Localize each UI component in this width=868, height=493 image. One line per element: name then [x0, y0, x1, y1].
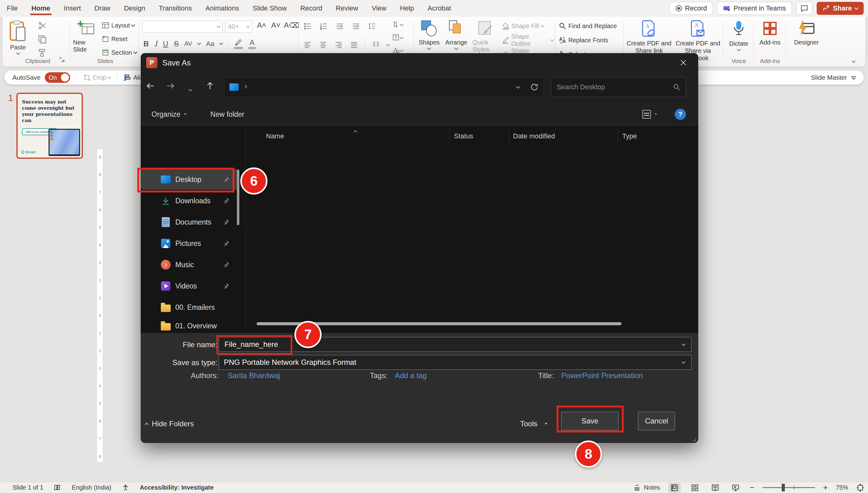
comments-button[interactable] [796, 2, 812, 15]
zoom-slider-thumb[interactable] [782, 484, 785, 491]
slide-thumbnail[interactable]: Success may not come overnight but your … [16, 93, 83, 159]
slide-master-button[interactable]: Slide Master [811, 74, 856, 81]
refresh-icon[interactable] [530, 83, 539, 91]
dictate-button[interactable]: Dictate [725, 20, 752, 51]
tab-design[interactable]: Design [124, 0, 145, 17]
create-pdf-share-link-button[interactable]: A Create PDF and Share link [626, 20, 672, 55]
addins-button[interactable]: Add-ins [756, 20, 784, 46]
highlight-color-button[interactable]: 🖉 [234, 38, 243, 49]
tab-draw[interactable]: Draw [95, 0, 110, 17]
increase-indent-icon[interactable] [351, 22, 361, 30]
tab-slide-show[interactable]: Slide Show [253, 0, 287, 17]
sidebar-item-downloads[interactable]: Downloads [141, 191, 238, 211]
dialog-close-button[interactable] [674, 53, 693, 72]
search-box[interactable] [551, 77, 686, 97]
tab-help[interactable]: Help [400, 0, 414, 17]
zoom-level[interactable]: 75% [836, 484, 848, 491]
sidebar-item-documents[interactable]: Documents [141, 212, 238, 232]
sidebar-item-00-emailers[interactable]: 00. Emailers [141, 298, 238, 317]
section-button[interactable]: Section [101, 47, 137, 58]
sidebar-item-music[interactable]: ♪ Music [141, 255, 238, 275]
tags-value[interactable]: Add a tag [395, 371, 427, 380]
dialog-title-bar[interactable]: P Save As [141, 53, 698, 72]
column-divider[interactable] [618, 129, 618, 146]
tab-home[interactable]: Home [31, 0, 50, 17]
underline-button[interactable]: U [163, 40, 168, 48]
column-divider[interactable] [449, 129, 450, 146]
align-left-icon[interactable] [303, 41, 312, 49]
designer-button[interactable]: Designer [788, 20, 825, 46]
spell-check-icon[interactable] [54, 484, 61, 491]
column-header-name[interactable]: Name [266, 127, 284, 145]
crop-button[interactable]: Crop [83, 72, 111, 83]
character-spacing-button[interactable]: AV [184, 40, 192, 47]
line-spacing-icon[interactable] [367, 22, 377, 30]
recent-locations-button[interactable] [180, 81, 200, 93]
column-header-date-modified[interactable]: Date modified [513, 127, 555, 145]
authors-value[interactable]: Sarita Bhardwaj [227, 371, 280, 380]
hide-folders-button[interactable]: Hide Folders [145, 420, 194, 428]
arrange-button[interactable]: Arrange [445, 20, 467, 49]
tab-record[interactable]: Record [300, 0, 322, 17]
reading-view-button[interactable] [709, 483, 722, 493]
font-name-combobox[interactable] [142, 20, 223, 33]
font-size-combobox[interactable]: 40+ [225, 20, 252, 33]
share-button[interactable]: Share [817, 2, 864, 15]
language-indicator[interactable]: English (India) [72, 484, 111, 491]
sidebar-item-01-overview[interactable]: 01. Overview [141, 319, 238, 333]
accessibility-status[interactable]: Accessibility: Investigate [140, 484, 214, 491]
new-folder-button[interactable]: New folder [210, 110, 244, 119]
italic-button[interactable]: I [154, 40, 157, 48]
tab-insert[interactable]: Insert [64, 0, 81, 17]
paste-button[interactable]: Paste [9, 20, 26, 55]
format-painter-icon[interactable] [38, 48, 47, 58]
help-button[interactable]: ? [675, 109, 686, 120]
back-button[interactable] [141, 81, 161, 93]
tab-transitions[interactable]: Transitions [159, 0, 192, 17]
tab-animations[interactable]: Animations [205, 0, 239, 17]
slide-show-button[interactable] [729, 483, 742, 493]
align-right-icon[interactable] [334, 41, 343, 49]
column-divider[interactable] [509, 129, 509, 146]
up-button[interactable] [200, 81, 220, 93]
title-value[interactable]: PowerPoint Presentation [561, 371, 643, 380]
forward-button[interactable] [161, 81, 180, 93]
address-dropdown-icon[interactable] [516, 85, 520, 89]
column-header-type[interactable]: Type [622, 127, 637, 145]
tab-view[interactable]: View [372, 0, 386, 17]
save-as-type-field[interactable]: PNG Portable Network Graphics Format [219, 355, 691, 370]
align-text-button[interactable] [391, 34, 403, 41]
tools-button[interactable]: Tools [520, 420, 548, 428]
find-replace-button[interactable]: Find and Replace [559, 21, 617, 31]
cut-icon[interactable] [38, 21, 47, 30]
copy-icon[interactable] [38, 35, 47, 44]
tab-review[interactable]: Review [336, 0, 358, 17]
shape-outline-button[interactable]: Shape Outline [502, 35, 553, 45]
quick-styles-button[interactable]: Quick Styles [472, 20, 499, 53]
replace-fonts-button[interactable]: Replace Fonts [559, 35, 617, 45]
fit-to-window-icon[interactable] [856, 484, 864, 492]
columns-icon[interactable] [371, 41, 381, 49]
column-header-status[interactable]: Status [454, 127, 473, 145]
numbering-icon[interactable] [319, 22, 328, 30]
normal-view-button[interactable] [668, 483, 681, 493]
strikethrough-button[interactable]: S [174, 40, 179, 48]
decrease-font-size-button[interactable]: A˅ [270, 21, 282, 30]
sidebar-scrollbar[interactable] [237, 170, 239, 225]
clear-formatting-button[interactable]: A⌫ [284, 21, 296, 30]
slide-sorter-view-button[interactable] [689, 483, 701, 493]
address-bar[interactable] [224, 77, 544, 97]
bold-button[interactable]: B [143, 40, 149, 48]
increase-font-size-button[interactable]: A˄ [256, 21, 268, 30]
bullets-icon[interactable] [303, 22, 312, 30]
change-case-button[interactable]: Aa [206, 40, 214, 48]
zoom-slider[interactable] [763, 487, 815, 488]
shape-fill-button[interactable]: Shape Fill [502, 21, 553, 31]
file-name-input[interactable] [224, 340, 682, 349]
resize-grip[interactable] [691, 437, 696, 441]
text-direction-button[interactable] [391, 20, 403, 28]
reset-button[interactable]: Reset [101, 34, 137, 44]
zoom-out-button[interactable]: − [750, 483, 754, 492]
align-center-icon[interactable] [319, 41, 328, 49]
change-view-button[interactable] [642, 110, 658, 119]
